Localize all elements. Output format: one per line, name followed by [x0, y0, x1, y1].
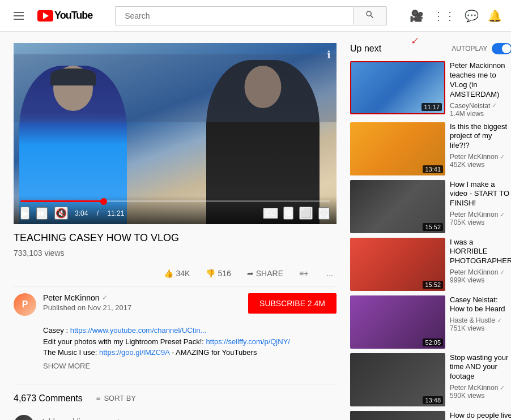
play-button[interactable]: ▶ — [20, 207, 29, 220]
published-date: Published on Nov 21, 2017 — [43, 303, 241, 312]
card-views-0: 1.4M views — [450, 110, 511, 118]
toggle-dot — [502, 44, 511, 53]
up-next-label: Up next — [350, 44, 381, 54]
search-input[interactable] — [115, 6, 353, 25]
card-title-3: I was a HORRIBLE PHOTOGRAPHER — [450, 238, 511, 267]
mute-button[interactable]: 🔇 — [54, 207, 68, 220]
video-player[interactable]: ℹ ▶ ⏭ 🔇 3:04 / 11:21 CC — [14, 43, 337, 224]
video-card-2[interactable]: 15:52 How I make a video - START TO FINI… — [350, 180, 511, 233]
verified-badge: ✓ — [102, 294, 108, 302]
add-to-button[interactable]: ≡+ — [296, 265, 314, 281]
autoplay-toggle[interactable] — [492, 43, 511, 54]
channel-name[interactable]: Peter McKinnon ✓ — [43, 293, 241, 302]
share-icon: ➦ — [247, 269, 254, 278]
progress-bar[interactable] — [20, 200, 330, 202]
duration-1: 13:41 — [423, 165, 443, 173]
channel-info: Peter McKinnon ✓ Published on Nov 21, 20… — [43, 293, 241, 312]
info-icon[interactable]: ℹ — [327, 49, 331, 61]
video-card-1[interactable]: 13:41 Is this the biggest project of my … — [350, 122, 511, 175]
duration-4: 52:05 — [423, 338, 443, 346]
youtube-wordmark: YouTube — [54, 10, 92, 22]
share-button[interactable]: ➦ SHARE — [244, 265, 287, 281]
main-content: ℹ ▶ ⏭ 🔇 3:04 / 11:21 CC — [0, 32, 511, 420]
time-total: 11:21 — [107, 209, 124, 217]
autoplay-row: ↓ AUTOPLAY — [447, 43, 511, 54]
user-avatar: U — [14, 415, 34, 420]
video-card-4[interactable]: 52:05 Casey Neistat: How to be Heard Has… — [350, 295, 511, 349]
video-controls: ▶ ⏭ 🔇 3:04 / 11:21 CC ⚙ ⬜ ⛶ — [14, 196, 337, 224]
show-more-button[interactable]: SHOW MORE — [43, 362, 337, 370]
header: YouTube 🎥 ⋮⋮ 💬 🔔 — [0, 0, 511, 32]
sort-by-button[interactable]: ≡ SORT BY — [96, 394, 136, 402]
video-camera-icon[interactable]: 🎥 — [410, 9, 424, 23]
casey-link[interactable]: https://www.youtube.com/channel/UCtin... — [70, 326, 207, 335]
card-verified-3: ✓ — [500, 269, 505, 276]
time-separator: / — [95, 209, 100, 217]
settings-button[interactable]: ⚙ — [283, 207, 293, 220]
card-info-4: Casey Neistat: How to be Heard Haste & H… — [450, 295, 511, 349]
video-views: 733,103 views — [14, 248, 337, 258]
header-left: YouTube — [9, 7, 92, 24]
fullscreen-button[interactable]: ⛶ — [318, 207, 330, 220]
up-next-header: Up next ↓ AUTOPLAY — [350, 43, 511, 54]
more-button[interactable]: ... — [323, 265, 337, 281]
description: Casey : https://www.youtube.com/channel/… — [43, 325, 337, 370]
channel-avatar[interactable]: P — [14, 293, 36, 316]
card-title-0: Peter Mackinnon teaches me to VLog (in A… — [450, 61, 511, 100]
search-bar — [115, 6, 387, 25]
youtube-logo[interactable]: YouTube — [37, 10, 92, 22]
card-views-5: 590K views — [450, 392, 511, 400]
yt-play-icon — [43, 12, 49, 19]
time-display: 3:04 — [75, 209, 88, 217]
search-button[interactable] — [353, 6, 387, 25]
video-card-0[interactable]: 11:17 Peter Mackinnon teaches me to VLog… — [350, 61, 511, 118]
comments-section: 4,673 Comments ≡ SORT BY U C 📌 Pinned by… — [14, 384, 337, 420]
apps-icon[interactable]: ⋮⋮ — [433, 9, 455, 23]
card-channel-3: Peter McKinnon ✓ — [450, 268, 511, 276]
comment-input[interactable] — [41, 415, 337, 420]
card-channel-5: Peter McKinnon ✓ — [450, 384, 511, 392]
thumb-container-2: 15:52 — [350, 180, 445, 233]
duration-2: 15:52 — [423, 223, 443, 231]
dislike-button[interactable]: 👎 516 — [202, 265, 234, 281]
card-verified-0: ✓ — [492, 102, 497, 109]
like-count: 34K — [176, 269, 190, 278]
messages-icon[interactable]: 💬 — [465, 9, 479, 23]
preset-link[interactable]: https://sellffy.com/p/QjNY/ — [206, 337, 290, 346]
hamburger-menu[interactable] — [9, 7, 28, 24]
card-info-3: I was a HORRIBLE PHOTOGRAPHER Peter McKi… — [450, 238, 511, 291]
duration-5: 13:48 — [423, 396, 443, 404]
desc-line-3: The Music I use: https://goo.gl/lMZC9A -… — [43, 347, 337, 358]
notifications-icon[interactable]: 🔔 — [488, 9, 502, 23]
thumb-container-3: 15:52 — [350, 238, 445, 291]
card-views-3: 999K views — [450, 276, 511, 284]
dislike-count: 516 — [218, 269, 231, 278]
thumbs-down-icon: 👎 — [206, 269, 215, 278]
subscribe-button[interactable]: SUBSCRIBE 2.4M — [248, 293, 337, 314]
thumbnail-6 — [350, 411, 445, 420]
card-title-6: How do people live here?!? — [450, 411, 511, 420]
thumbnail-2: 15:52 — [350, 180, 445, 233]
like-button[interactable]: 👍 34K — [160, 265, 193, 281]
video-card-3[interactable]: 15:52 I was a HORRIBLE PHOTOGRAPHER Pete… — [350, 238, 511, 291]
sort-by-label: SORT BY — [104, 394, 136, 402]
video-card-6[interactable]: How do people live here?!? — [350, 411, 511, 420]
card-info-0: Peter Mackinnon teaches me to VLog (in A… — [450, 61, 511, 118]
thumb-container-5: 13:48 — [350, 353, 445, 406]
header-search — [92, 6, 410, 25]
ctrl-right: CC ⚙ ⬜ ⛶ — [263, 207, 330, 220]
progress-dot — [100, 198, 107, 205]
miniplayer-button[interactable]: ⬜ — [299, 207, 313, 220]
video-actions: 👍 34K 👎 516 ➦ SHARE ≡+ ... — [14, 261, 337, 286]
next-button[interactable]: ⏭ — [36, 207, 48, 220]
progress-fill — [20, 200, 104, 202]
desc-line-1: Casey : https://www.youtube.com/channel/… — [43, 325, 337, 336]
music-link[interactable]: https://goo.gl/lMZC9A — [99, 348, 169, 357]
captions-button[interactable]: CC — [263, 208, 278, 218]
autoplay-label: AUTOPLAY — [452, 45, 487, 53]
video-card-5[interactable]: 13:48 Stop wasting your time AND your fo… — [350, 353, 511, 406]
card-channel-4: Haste & Hustle ✓ — [450, 316, 511, 324]
controls-row: ▶ ⏭ 🔇 3:04 / 11:21 CC ⚙ ⬜ ⛶ — [20, 207, 330, 220]
card-info-1: Is this the biggest project of my life?!… — [450, 122, 511, 175]
right-column: Up next ↓ AUTOPLAY 11:17 Peter Mackinnon… — [337, 43, 511, 420]
